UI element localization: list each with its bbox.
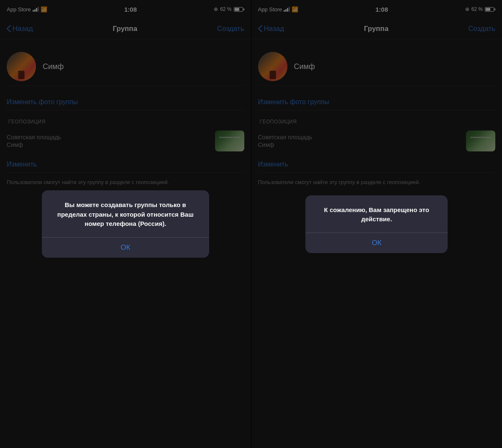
dialog-right: К сожалению, Вам запрещено это действие.… bbox=[305, 195, 448, 253]
dialog-ok-right[interactable]: ОК bbox=[314, 233, 439, 253]
left-screen: App Store 📶 1:08 ⊕ 62 % Назад bbox=[0, 0, 251, 448]
dialog-overlay-left: Вы можете создавать группы только в пред… bbox=[0, 0, 251, 448]
dialog-left: Вы можете создавать группы только в пред… bbox=[42, 190, 209, 258]
dialog-message-right: К сожалению, Вам запрещено это действие. bbox=[314, 205, 439, 224]
dialog-ok-left[interactable]: ОК bbox=[50, 238, 201, 258]
dialog-overlay-right: К сожалению, Вам запрещено это действие.… bbox=[251, 0, 502, 448]
dialog-message-left: Вы можете создавать группы только в пред… bbox=[50, 200, 201, 229]
right-screen: App Store 📶 1:08 ⊕ 62 % Назад bbox=[251, 0, 502, 448]
